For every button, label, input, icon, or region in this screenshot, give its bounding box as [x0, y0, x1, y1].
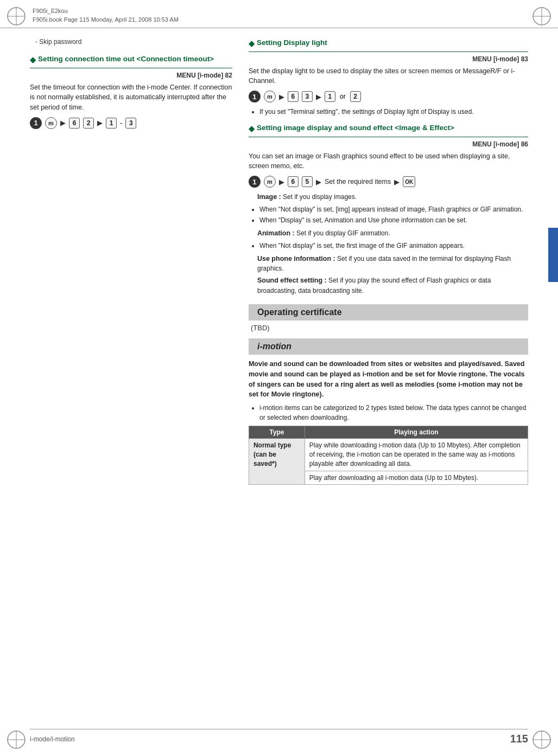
left-column: - Skip password ◆ Setting connection tim…: [30, 33, 232, 729]
display-light-body: Set the display light to be used to disp…: [249, 66, 528, 87]
gray-section-cert: Operating certificate: [249, 304, 528, 321]
table-cell-action-1: Play while downloading i-motion data (Up…: [305, 439, 528, 471]
menu-label-2: MENU [i-mode] 83: [249, 55, 528, 63]
usephone-term-para: Use phone information : Set if you use d…: [257, 254, 528, 274]
header-bookinfo: F905i.book Page 115 Monday, April 21, 20…: [33, 16, 179, 23]
footer-bar: i-mode/i-motion 115: [30, 729, 528, 745]
table-cell-action-2: Play after downloading all i-motion data…: [305, 471, 528, 485]
arrow-ie-3: ▶: [394, 178, 400, 186]
image-effect-heading: ◆ Setting image display and sound effect…: [249, 123, 528, 134]
imotion-title: i-motion: [257, 342, 291, 351]
step-num-dl: 1: [249, 91, 261, 102]
animation-term-para: Animation : Set if you display GIF anima…: [257, 228, 528, 239]
section-imotion: i-motion Movie and sound can be download…: [249, 338, 528, 485]
imotion-bold-intro: Movie and sound can be downloaded from s…: [249, 359, 528, 400]
tbd-text: (TBD): [251, 324, 528, 332]
table-header-type: Type: [249, 426, 305, 439]
section-operating-cert: Operating certificate (TBD): [249, 304, 528, 332]
connection-timeout-heading: ◆ Setting connection time out <Connectio…: [30, 54, 232, 66]
key-2-1: 2: [83, 118, 94, 129]
set-required-text: Set the required items: [325, 178, 391, 185]
diamond-icon-3: ◆: [249, 124, 255, 134]
step-number-1: 1: [30, 117, 42, 129]
right-column: ◆ Setting Display light MENU [i-mode] 83…: [249, 33, 528, 729]
key-1-dl: 1: [325, 91, 335, 102]
section-image-effect: ◆ Setting image display and sound effect…: [249, 123, 528, 296]
display-light-bullets: If you set "Terminal setting", the setti…: [259, 107, 528, 117]
key-1-1: 1: [106, 118, 117, 129]
arrow-2: ▶: [97, 119, 103, 127]
section-rule-2: [249, 52, 528, 52]
connection-timeout-body: Set the timeout for connection with the …: [30, 82, 232, 113]
arrow-dl-2: ▶: [316, 93, 321, 101]
image-effect-body: You can set an image or Flash graphics s…: [249, 151, 528, 172]
step-image-effect: 1 m ▶ 6 5 ▶ Set the required items ▶ OK: [249, 176, 528, 188]
section-connection-timeout: ◆ Setting connection time out <Connectio…: [30, 54, 232, 129]
imotion-gray-section: i-motion: [249, 338, 528, 355]
table-row-normal: Normal type (can be saved*) Play while d…: [249, 439, 528, 471]
step-1-row: 1 m ▶ 6 2 ▶ 1 - 3: [30, 117, 232, 129]
image-bullet-1: When "Not display" is set, [img] appears…: [259, 204, 528, 214]
section-display-light: ◆ Setting Display light MENU [i-mode] 83…: [249, 38, 528, 117]
animation-bullets: When "Not display" is set, the first ima…: [259, 241, 528, 251]
table-cell-type: Normal type (can be saved*): [249, 439, 305, 485]
table-header-action: Playing action: [305, 426, 528, 439]
imotion-bullet-main: i-motion items can be categorized to 2 t…: [259, 403, 528, 422]
arrow-1: ▶: [60, 119, 66, 127]
display-light-heading: ◆ Setting Display light: [249, 38, 528, 49]
image-bullets: When "Not display" is set, [img] appears…: [259, 204, 528, 225]
or-text: or: [340, 93, 346, 100]
page-container: F905i_E2kou F905i.book Page 115 Monday, …: [0, 0, 558, 756]
corner-mark-bl: [5, 729, 27, 751]
menu-label-3: MENU [i-mode] 86: [249, 140, 528, 148]
step-num-ie: 1: [249, 176, 261, 188]
footer-label: i-mode/i-motion: [30, 735, 75, 743]
key-6-dl: 6: [288, 91, 299, 102]
bullet-terminal-setting: If you set "Terminal setting", the setti…: [259, 107, 528, 117]
imotion-main-bullets: i-motion items can be categorized to 2 t…: [259, 403, 528, 422]
key-2-dl: 2: [350, 91, 361, 102]
footer-page-number: 115: [510, 733, 528, 745]
key-6-ie: 6: [288, 176, 299, 187]
skip-password-text: - Skip password: [30, 38, 232, 46]
key-3-1: 3: [125, 118, 136, 129]
key-3-dl: 3: [302, 91, 313, 102]
operating-cert-title: Operating certificate: [257, 307, 342, 317]
section-rule-1: [30, 68, 232, 68]
arrow-dl-1: ▶: [279, 93, 284, 101]
corner-mark-br: [531, 729, 553, 751]
arrow-ie-1: ▶: [279, 178, 284, 186]
arrow-ie-2: ▶: [316, 178, 321, 186]
diamond-icon-2: ◆: [249, 39, 255, 49]
header-bar: F905i_E2kou F905i.book Page 115 Monday, …: [0, 0, 558, 28]
key-m-ie: m: [264, 176, 276, 188]
key-ok-ie: OK: [403, 176, 415, 187]
header-filename: F905i_E2kou: [33, 8, 68, 14]
image-term-para: Image : Set if you display images.: [257, 192, 528, 202]
key-m-dl: m: [264, 91, 276, 102]
key-6-1: 6: [69, 118, 80, 129]
imotion-table: Type Playing action Normal type (can be …: [249, 426, 528, 485]
image-bullet-2: When "Display" is set, Animation and Use…: [259, 215, 528, 225]
section-rule-3: [249, 137, 528, 137]
blue-accent-tab: [548, 228, 558, 282]
key-5-ie: 5: [302, 176, 313, 187]
diamond-icon-1: ◆: [30, 55, 36, 66]
sound-term-para: Sound effect setting : Set if you play t…: [257, 276, 528, 296]
menu-label-1: MENU [i-mode] 82: [30, 72, 232, 79]
step-display-light: 1 m ▶ 6 3 ▶ 1 or 2: [249, 91, 528, 102]
animation-bullet-1: When "Not display" is set, the first ima…: [259, 241, 528, 251]
columns: - Skip password ◆ Setting connection tim…: [30, 33, 528, 729]
dash-sep: -: [120, 119, 122, 127]
key-m: m: [45, 117, 57, 129]
